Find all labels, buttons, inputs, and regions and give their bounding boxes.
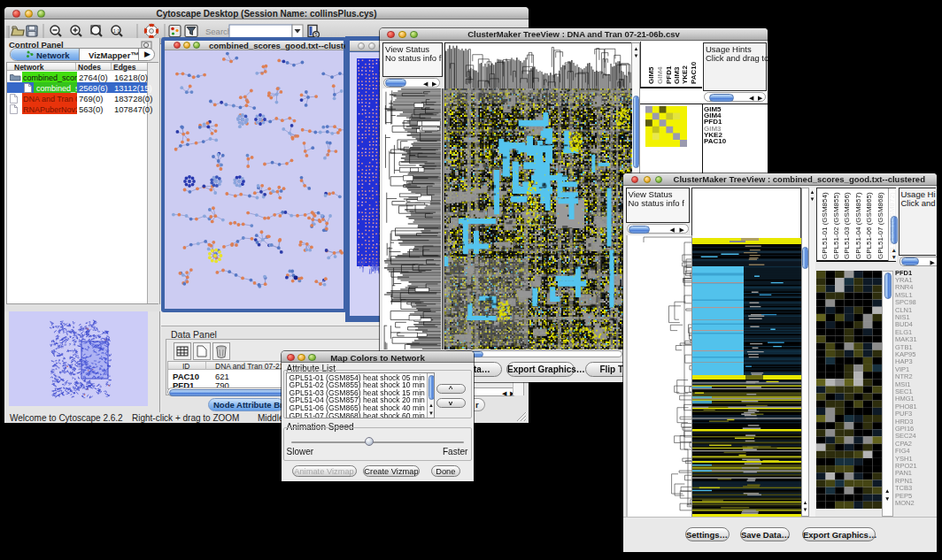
svg-text:1:1: 1:1 <box>113 28 120 34</box>
